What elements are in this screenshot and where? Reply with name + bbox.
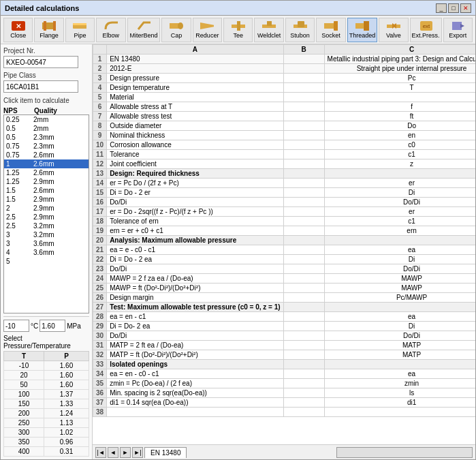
project-input[interactable] (3, 56, 78, 68)
tp-table-row[interactable]: 3500.96 (4, 438, 89, 447)
pipe-button[interactable]: Pipe (65, 18, 95, 42)
nps-item[interactable]: 1.252.9mm (4, 177, 89, 186)
cell-a: Test: Maximum allowable test pressure (c… (107, 303, 283, 312)
flange-button[interactable]: Flange (34, 18, 63, 42)
table-row: 5 Material P235GH <= 16 (wid) (93, 93, 476, 102)
tp-p-header: P (44, 352, 89, 361)
weldclet-button[interactable]: Weldclet (254, 18, 283, 42)
col-header-c: C (324, 45, 475, 55)
tp-table-row[interactable]: 3001.02 (4, 428, 89, 438)
tab-nav-prev[interactable]: ◄ (108, 447, 118, 458)
nps-item-selected[interactable]: 12.6mm (4, 159, 89, 168)
nps-item[interactable]: 0.752.3mm (4, 142, 89, 151)
table-row: 8 Outside diameter Do 33.70 mm (93, 121, 476, 131)
table-row: 36 Min. spacing is 2 sqr(ea(Do-ea)) ls 1… (93, 388, 476, 398)
temp-input[interactable] (3, 320, 29, 332)
svg-rect-6 (73, 23, 86, 25)
pipe-class-input[interactable] (3, 80, 78, 93)
tp-table-row[interactable]: 1001.37 (4, 390, 89, 399)
pressure-input[interactable] (39, 320, 65, 332)
tee-button[interactable]: Tee (223, 18, 253, 42)
table-row: 38 (93, 408, 476, 417)
nps-item[interactable]: 1.252.6mm (4, 168, 89, 177)
title-bar: Detailed calculations _ □ ✕ (1, 1, 475, 16)
minimize-button[interactable]: _ (436, 3, 447, 13)
cell-c: ea (324, 369, 475, 379)
cap-button[interactable]: Cap (161, 18, 191, 42)
cell-a: Design pressure (107, 74, 283, 83)
cell-c: MATP (324, 341, 475, 350)
row-number: 10 (93, 140, 107, 150)
nps-item[interactable]: 5 (4, 257, 89, 266)
cell-a: zmin = Pc (Do-ea) / (2 f ea) (107, 379, 283, 388)
table-row: 34 ea = en - c0 - c1 ea 1.28 mm (93, 369, 476, 379)
tp-table-row[interactable]: 2001.24 (4, 409, 89, 418)
pressure-unit-label: MPa (67, 322, 81, 330)
tp-table-row[interactable]: 4000.31 (4, 447, 89, 457)
row-number: 37 (93, 398, 107, 408)
cell-b (283, 350, 324, 360)
close-button[interactable]: ✕ Close (3, 18, 33, 42)
cell-a (107, 408, 283, 417)
close-window-button[interactable]: ✕ (460, 3, 471, 13)
cell-b (283, 388, 324, 398)
nps-item[interactable]: 43.6mm (4, 248, 89, 257)
threaded-button[interactable]: Threaded (347, 18, 378, 42)
row-number: 35 (93, 379, 107, 388)
tab-bar: |◄ ◄ ► ►| EN 13480 (93, 446, 336, 459)
cell-b (283, 226, 324, 236)
valve-button[interactable]: Valve (379, 18, 408, 42)
nps-item[interactable]: 0.252mm (4, 115, 89, 124)
nps-item[interactable]: 2.53.2mm (4, 221, 89, 230)
nps-item[interactable]: 1.52.9mm (4, 195, 89, 204)
tp-temp: 350 (4, 438, 44, 447)
row-number: 13 (93, 169, 107, 179)
cell-c: MAWP (324, 283, 475, 293)
tp-table-row[interactable]: 201.60 (4, 371, 89, 380)
cell-a: Corrosion allowance (107, 140, 283, 150)
nps-item[interactable]: 0.52.3mm (4, 133, 89, 142)
extpress-button[interactable]: ext Ext.Press. (410, 18, 442, 42)
cell-a: er = Do - 2sqr((f z - Pc)/(f z + Pc )) (107, 207, 283, 217)
socket-button[interactable]: Socket (316, 18, 345, 42)
elbow-button[interactable]: Elbow (96, 18, 125, 42)
sheet-tab[interactable]: EN 13480 (144, 447, 187, 458)
stubon-button[interactable]: Stubon (285, 18, 315, 42)
col-header-num (93, 45, 107, 55)
tab-nav-next[interactable]: ► (120, 447, 131, 458)
tab-nav-last[interactable]: ►| (132, 447, 143, 458)
row-number: 1 (93, 55, 107, 64)
tp-table-row[interactable]: -101.60 (4, 361, 89, 371)
nps-item[interactable]: 33.6mm (4, 239, 89, 248)
toolbar: ✕ Close Flange Pipe Elbow Miter (1, 16, 475, 44)
table-row: 18 Tolerance of ern c1 0.17 mm (93, 217, 476, 226)
spreadsheet[interactable]: A B C D E F G H I 1 EN 13480 (93, 44, 475, 444)
miterbend-label: MiterBend (129, 32, 157, 39)
socket-label: Socket (321, 32, 340, 39)
maximize-button[interactable]: □ (448, 3, 459, 13)
tp-table-row[interactable]: 2501.13 (4, 418, 89, 428)
row-number: 6 (93, 102, 107, 112)
tp-table-row[interactable]: 1501.33 (4, 399, 89, 409)
nps-item[interactable]: 33.2mm (4, 230, 89, 239)
nps-item[interactable]: 22.9mm (4, 204, 89, 213)
miterbend-button[interactable]: MiterBend (127, 18, 161, 42)
horizontal-scrollbar[interactable] (336, 447, 473, 458)
cell-c: Pc (324, 74, 475, 83)
table-row: 3 Design pressure Pc 1.60 N/mm² (93, 74, 476, 83)
tp-table-row[interactable]: 501.60 (4, 380, 89, 390)
nps-item[interactable]: 1.52.6mm (4, 186, 89, 195)
row-number: 3 (93, 74, 107, 83)
table-row: 27 Test: Maximum allowable test pressure… (93, 303, 476, 312)
tab-nav-first[interactable]: |◄ (95, 447, 106, 458)
reducer-button[interactable]: Reducer (193, 18, 222, 42)
table-row: 28 ea = en - c1 ea 2.28 mm (93, 312, 476, 322)
col-header-a: A (107, 45, 283, 55)
cell-b (283, 140, 324, 150)
cell-a: Do/Di (107, 198, 283, 207)
table-row: 26 Design margin Pc/MAWP 13.56 % (93, 293, 476, 303)
export-button[interactable]: Export (443, 18, 473, 42)
nps-item[interactable]: 0.752.6mm (4, 151, 89, 159)
nps-item[interactable]: 2.52.9mm (4, 213, 89, 221)
nps-item[interactable]: 0.52mm (4, 124, 89, 133)
